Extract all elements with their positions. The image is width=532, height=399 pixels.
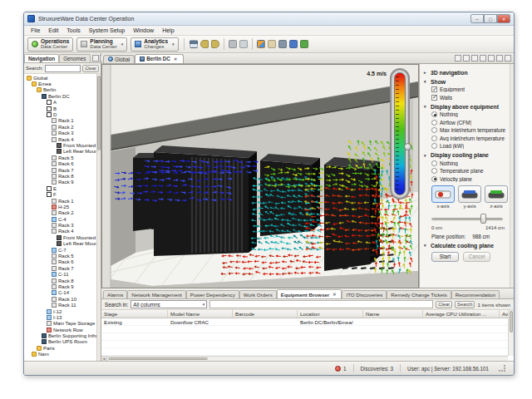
slider-thumb[interactable] bbox=[480, 214, 486, 224]
column-header-name[interactable]: Name bbox=[363, 310, 423, 318]
editor-tab-global[interactable]: Global bbox=[103, 55, 135, 63]
tree-item-rack-10[interactable]: Rack 10 bbox=[24, 296, 101, 302]
screenshot-icon[interactable] bbox=[455, 55, 461, 62]
tree-scrollbar[interactable] bbox=[96, 74, 101, 361]
redo-icon[interactable] bbox=[211, 40, 219, 48]
radio-icon[interactable] bbox=[431, 111, 437, 117]
fullscreen-icon[interactable] bbox=[488, 55, 495, 62]
title-bar[interactable]: StruxureWare Data Center Operation bbox=[24, 12, 514, 26]
tree-item-rack-11[interactable]: Rack 11 bbox=[24, 302, 101, 308]
tree-item-rack-8[interactable]: Rack 8 bbox=[24, 173, 101, 179]
tree-item-b[interactable]: B bbox=[24, 106, 101, 111]
close-tab-icon[interactable] bbox=[172, 56, 179, 62]
discoveries-status[interactable]: Discoveries: 3 bbox=[353, 364, 401, 372]
tree-item-nam[interactable]: Nam bbox=[24, 352, 101, 357]
planning-button[interactable]: PlanningData Center ▾ bbox=[76, 37, 127, 52]
tree-item-berlin-dc[interactable]: Berlin DC bbox=[24, 93, 101, 99]
tree-item-left-rear-moun[interactable]: Left Rear Moun bbox=[24, 149, 101, 155]
slider-track[interactable] bbox=[431, 218, 503, 220]
minimize-view-icon[interactable] bbox=[92, 55, 99, 62]
tree-item-e[interactable]: E bbox=[24, 185, 101, 191]
report-green-icon[interactable] bbox=[300, 40, 308, 48]
tree-item-f[interactable]: F bbox=[24, 191, 101, 197]
tree-item-rack-2[interactable]: Rack 2 bbox=[24, 210, 101, 216]
tree-item-global[interactable]: Global bbox=[24, 75, 101, 81]
radio-icon[interactable] bbox=[431, 135, 437, 141]
editor-tab-berlin-dc[interactable]: Berlin DC bbox=[135, 54, 184, 63]
menu-edit[interactable]: Edit bbox=[44, 27, 62, 33]
tree-item-berlin-supporting-infrastru[interactable]: Berlin Supporting Infrastru bbox=[24, 332, 101, 338]
cut-icon[interactable] bbox=[229, 40, 237, 48]
bottom-tab-ito-discoveries[interactable]: ITO Discoveries bbox=[342, 290, 387, 298]
section-calculate-cooling-plane[interactable]: Calculate cooling plane bbox=[424, 243, 510, 249]
tree-item-rack-7[interactable]: Rack 7 bbox=[24, 265, 101, 271]
tree-item-rack-9[interactable]: Rack 9 bbox=[24, 180, 101, 185]
radio-icon[interactable] bbox=[431, 120, 437, 126]
bottom-tab-work-orders[interactable]: Work Orders bbox=[239, 290, 277, 298]
checkbox-icon[interactable] bbox=[431, 86, 437, 92]
close-tab-icon[interactable] bbox=[331, 291, 337, 298]
tree-item-front-mounted[interactable]: Front Mounted bbox=[24, 234, 101, 240]
sidebar-tab-genomes[interactable]: Genomes bbox=[59, 54, 90, 62]
start-button[interactable]: Start bbox=[431, 252, 459, 262]
tree-item-network-row[interactable]: Network Row bbox=[24, 327, 101, 332]
radio-max-inlet-return-temperature[interactable]: Max inlet/return temperature bbox=[431, 127, 510, 133]
bottom-tab-equipment-browser[interactable]: Equipment Browser bbox=[277, 289, 342, 298]
chevron-down-icon[interactable]: ▾ bbox=[172, 42, 175, 47]
menu-system-setup[interactable]: System Setup bbox=[85, 27, 130, 33]
radio-icon[interactable] bbox=[431, 168, 437, 174]
tree-item-emea[interactable]: Emea bbox=[24, 81, 101, 86]
minimize-panel-icon[interactable] bbox=[496, 55, 503, 62]
tree-item-rack-3[interactable]: Rack 3 bbox=[24, 131, 101, 136]
radio-velocity-plane[interactable]: Velocity plane bbox=[431, 176, 510, 182]
bottom-tab-remedy-change-tickets[interactable]: Remedy Change Tickets bbox=[387, 290, 451, 298]
tools-icon[interactable] bbox=[278, 40, 287, 48]
resize-grip[interactable] bbox=[499, 365, 505, 372]
options-scrollbar[interactable] bbox=[510, 64, 514, 288]
tree-item-rack-4[interactable]: Rack 4 bbox=[24, 136, 101, 142]
image-export-icon[interactable] bbox=[257, 40, 265, 48]
layers-icon[interactable] bbox=[463, 55, 470, 62]
sidebar-tab-navigation[interactable]: Navigation bbox=[24, 54, 59, 62]
close-button[interactable] bbox=[497, 14, 510, 23]
filter-clear-button[interactable]: Clear bbox=[436, 301, 452, 308]
tree-item-rack-6[interactable]: Rack 6 bbox=[24, 259, 101, 265]
bottom-tab-network-management[interactable]: Network Management bbox=[127, 290, 186, 298]
tree-item-c-14[interactable]: C-14 bbox=[24, 290, 101, 296]
tree-item-a[interactable]: A bbox=[24, 100, 101, 106]
alert-status[interactable]: 1 bbox=[328, 364, 353, 372]
tree-item-rack-2[interactable]: Rack 2 bbox=[24, 124, 101, 130]
analytics-button[interactable]: AnalyticsChanges ▾ bbox=[131, 37, 178, 52]
tree-item-paris[interactable]: Paris bbox=[24, 345, 101, 351]
radio-nothing[interactable]: Nothing bbox=[431, 111, 510, 117]
radio-icon[interactable] bbox=[431, 160, 437, 166]
split-horizontal-icon[interactable] bbox=[471, 55, 478, 62]
tree-search-input[interactable] bbox=[45, 65, 81, 72]
filter-search-button[interactable]: Search bbox=[455, 301, 475, 308]
section-3d-navigation[interactable]: 3D navigation bbox=[424, 70, 510, 76]
scroll-left-icon[interactable]: ◄ bbox=[101, 357, 107, 361]
maximize-button[interactable] bbox=[484, 14, 497, 23]
tree-item-berlin[interactable]: Berlin bbox=[24, 87, 101, 93]
menu-window[interactable]: Window bbox=[129, 27, 158, 33]
section-display-above-equipment[interactable]: Display above equipment bbox=[424, 104, 510, 110]
tree-item-berlin-ups-room[interactable]: Berlin UPS Room bbox=[24, 339, 101, 345]
tree-item-c-4[interactable]: C-4 bbox=[24, 216, 101, 222]
column-header-location[interactable]: Location bbox=[298, 310, 363, 318]
minimize-button[interactable] bbox=[470, 14, 484, 23]
report-blue-icon[interactable] bbox=[289, 40, 298, 48]
tree-item-main-tape-storage[interactable]: Main Tape Storage bbox=[24, 321, 101, 327]
table-row[interactable]: ExistingDownflow CRACBerlin DC/Berlin/Em… bbox=[101, 318, 514, 326]
column-header-average-cpu-utilization[interactable]: Average CPU Utilization ... bbox=[423, 310, 500, 318]
cancel-button[interactable]: Cancel bbox=[463, 252, 490, 262]
split-vertical-icon[interactable] bbox=[480, 55, 486, 62]
tree-item-d[interactable]: D bbox=[24, 111, 101, 117]
bottom-tab-recommendation[interactable]: Recommendation bbox=[451, 290, 500, 298]
tree-item-rack-1[interactable]: Rack 1 bbox=[24, 118, 101, 124]
radio-avg-inlet-return-temperature[interactable]: Avg inlet/return temperature bbox=[431, 135, 510, 141]
tree-item-rack-8[interactable]: Rack 8 bbox=[24, 278, 101, 283]
column-header-model-name[interactable]: Model Name bbox=[168, 310, 233, 318]
copy-icon[interactable] bbox=[239, 40, 248, 48]
radio-load-kw[interactable]: Load (kW) bbox=[431, 143, 510, 149]
tree-item-rack-1[interactable]: Rack 1 bbox=[24, 198, 101, 204]
